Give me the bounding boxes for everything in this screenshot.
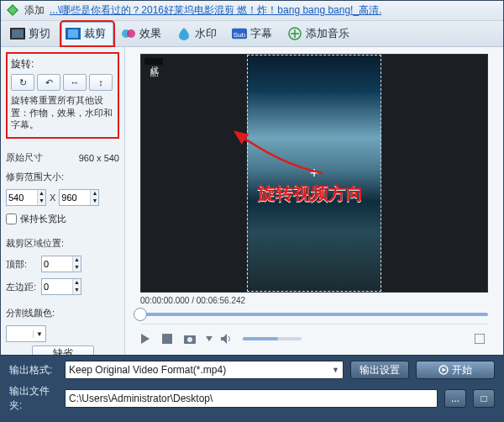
svg-marker-17 <box>206 336 213 341</box>
video-preview[interactable]: 优酷 <box>140 54 488 293</box>
left-input[interactable] <box>42 279 72 294</box>
tab-subtitle-label: 字幕 <box>250 26 272 41</box>
trim-height-input[interactable] <box>60 190 90 205</box>
trim-width-input[interactable] <box>7 190 37 205</box>
svg-rect-3 <box>12 29 24 38</box>
snapshot-button[interactable] <box>184 334 197 344</box>
browse-folder-button[interactable]: ... <box>444 389 466 408</box>
split-color-select[interactable]: ▼ <box>6 325 46 342</box>
top-input[interactable] <box>42 256 72 272</box>
top-up[interactable]: ▲ <box>73 256 81 264</box>
rotate-ccw-button[interactable]: ↶ <box>37 74 60 91</box>
rotate-cw-button[interactable]: ↻ <box>11 74 34 91</box>
split-color-label: 分割线颜色: <box>6 307 119 319</box>
orig-size-label: 原始尺寸 <box>6 151 43 164</box>
tab-watermark[interactable]: 水印 <box>172 22 224 45</box>
film-icon <box>10 26 25 41</box>
trim-height-up[interactable]: ▲ <box>91 190 98 198</box>
play-button[interactable] <box>140 334 154 344</box>
svg-rect-19 <box>475 334 485 344</box>
flip-v-button[interactable]: ↕ <box>89 74 113 91</box>
svg-marker-18 <box>221 334 227 344</box>
svg-marker-21 <box>443 368 447 372</box>
svg-text:Sub: Sub <box>234 31 246 39</box>
trim-x: X <box>50 193 55 203</box>
keep-aspect-label: 保持长宽比 <box>20 213 66 225</box>
footer: 输出格式: Keep Original Video Format(*.mp4) … <box>1 355 503 421</box>
watermark-icon <box>176 26 192 41</box>
top-down[interactable]: ▼ <box>73 264 81 272</box>
trim-height-stepper[interactable]: ▲▼ <box>59 189 99 206</box>
output-settings-button[interactable]: 输出设置 <box>350 361 409 379</box>
music-icon <box>287 26 302 41</box>
open-folder-icon: □ <box>480 393 486 404</box>
orig-size-value: 960 x 540 <box>79 153 119 163</box>
rotate-panel: 旋转: ↻ ↶ ↔ ↕ 旋转将重置所有其他设置：作物，效果，水印和字幕。 <box>6 52 119 139</box>
player-controls <box>140 324 488 350</box>
svg-point-16 <box>187 337 192 342</box>
trim-range-label: 修剪范围大小: <box>6 171 119 183</box>
tab-music-label: 添加音乐 <box>306 26 349 41</box>
crop-rectangle[interactable] <box>247 55 381 292</box>
effect-icon <box>121 26 136 41</box>
output-format-value: Keep Original Video Format(*.mp4) <box>69 364 328 376</box>
region-label: 裁剪区域位置: <box>6 237 119 250</box>
timecode: 00:00:00.000 / 00:06:56.242 <box>140 296 488 305</box>
output-folder-value: C:\Users\Administrator\Desktop\ <box>69 393 433 404</box>
keep-aspect-checkbox[interactable] <box>6 214 17 224</box>
stop-button[interactable] <box>162 334 176 344</box>
flip-v-icon: ↕ <box>98 77 103 87</box>
fullscreen-button[interactable] <box>475 334 488 344</box>
trim-width-down[interactable]: ▼ <box>38 198 45 205</box>
left-up[interactable]: ▲ <box>73 279 81 287</box>
main-area: 旋转: ↻ ↶ ↔ ↕ 旋转将重置所有其他设置：作物，效果，水印和字幕。 原始尺… <box>1 47 503 355</box>
snapshot-menu-button[interactable] <box>206 334 213 344</box>
tabs-row: 剪切 裁剪 效果 水印 Sub 字幕 添加音乐 <box>1 21 503 47</box>
top-stepper[interactable]: ▲▼ <box>41 256 81 272</box>
left-label: 左边距: <box>6 281 38 293</box>
tab-cut[interactable]: 剪切 <box>6 22 58 45</box>
seek-slider[interactable] <box>140 309 488 320</box>
output-format-label: 输出格式: <box>9 363 58 377</box>
trim-width-up[interactable]: ▲ <box>38 190 45 198</box>
tab-crop[interactable]: 裁剪 <box>61 22 113 45</box>
trim-width-stepper[interactable]: ▲▼ <box>6 189 46 206</box>
svg-marker-13 <box>141 334 150 344</box>
chevron-down-icon: ▼ <box>328 366 339 374</box>
seek-thumb[interactable] <box>134 308 147 321</box>
tab-effect[interactable]: 效果 <box>117 22 169 45</box>
rotate-cw-icon: ↻ <box>19 77 27 88</box>
svg-point-9 <box>127 29 135 38</box>
output-folder-label: 输出文件夹: <box>9 384 58 413</box>
rotate-ccw-icon: ↶ <box>45 77 53 88</box>
subtitle-icon: Sub <box>232 26 247 41</box>
left-stepper[interactable]: ▲▼ <box>41 278 81 295</box>
tab-effect-label: 效果 <box>139 26 161 41</box>
tab-watermark-label: 水印 <box>195 26 217 41</box>
app-logo-icon <box>6 3 19 17</box>
crop-sidebar: 旋转: ↻ ↶ ↔ ↕ 旋转将重置所有其他设置：作物，效果，水印和字幕。 原始尺… <box>1 47 125 355</box>
tab-crop-label: 裁剪 <box>84 26 106 41</box>
tab-music[interactable]: 添加音乐 <box>283 22 357 45</box>
titlebar-add-label: 添加 <box>24 3 45 18</box>
preview-area: 优酷 旋转视频方向 00:00:00.000 / 00:06:56.242 <box>125 47 503 355</box>
rotate-label: 旋转: <box>11 57 114 71</box>
titlebar: 添加 ...\哪些是你看过的？2016好莱坞电影混剪 燃！炸！bang bang… <box>1 1 503 21</box>
volume-button[interactable] <box>221 334 234 344</box>
svg-rect-14 <box>162 334 172 344</box>
titlebar-file-name: ...\哪些是你看过的？2016好莱坞电影混剪 燃！炸！bang bang ba… <box>50 3 381 18</box>
left-down[interactable]: ▼ <box>73 287 81 294</box>
flip-h-button[interactable]: ↔ <box>63 74 87 91</box>
trim-height-down[interactable]: ▼ <box>91 198 98 205</box>
flip-h-icon: ↔ <box>71 77 80 87</box>
output-folder-field[interactable]: C:\Users\Administrator\Desktop\ <box>65 389 438 408</box>
tab-subtitle[interactable]: Sub 字幕 <box>228 22 280 45</box>
app-window: 添加 ...\哪些是你看过的？2016好莱坞电影混剪 燃！炸！bang bang… <box>0 0 504 422</box>
output-format-select[interactable]: Keep Original Video Format(*.mp4) ▼ <box>65 361 344 379</box>
tab-cut-label: 剪切 <box>29 26 50 41</box>
top-label: 顶部: <box>6 258 38 271</box>
volume-slider[interactable] <box>243 337 302 340</box>
browse-label: ... <box>451 393 459 404</box>
start-button[interactable]: 开始 <box>416 361 495 379</box>
open-folder-button[interactable]: □ <box>473 389 495 408</box>
